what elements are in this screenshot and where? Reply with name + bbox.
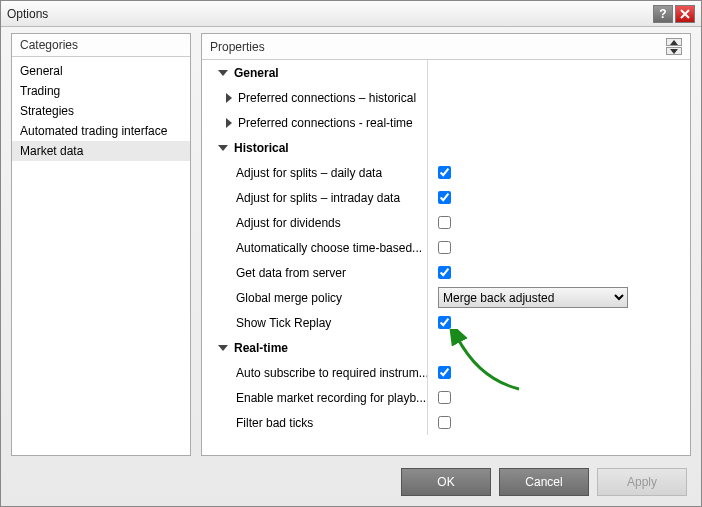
- property-label: Get data from server: [202, 266, 427, 280]
- property-label: Enable market recording for playb...: [202, 391, 427, 405]
- properties-header: Properties: [202, 34, 690, 60]
- property-label: Adjust for dividends: [202, 216, 427, 230]
- close-button[interactable]: [675, 5, 695, 23]
- property-row: Historical: [202, 135, 690, 160]
- property-group-header[interactable]: Historical: [202, 141, 427, 155]
- property-row: Adjust for dividends: [202, 210, 690, 235]
- ok-button[interactable]: OK: [401, 468, 491, 496]
- property-checkbox[interactable]: [438, 266, 451, 279]
- property-row: Adjust for splits – intraday data: [202, 185, 690, 210]
- property-label: Adjust for splits – daily data: [202, 166, 427, 180]
- category-item[interactable]: Strategies: [12, 101, 190, 121]
- property-label-text: Adjust for splits – daily data: [236, 166, 382, 180]
- property-row: Global merge policyMerge back adjusted: [202, 285, 690, 310]
- property-label-text: Automatically choose time-based...: [236, 241, 422, 255]
- options-dialog: Options ? Categories GeneralTradingStrat…: [0, 0, 702, 507]
- chevron-down-icon: [218, 345, 228, 351]
- categories-panel: Categories GeneralTradingStrategiesAutom…: [11, 33, 191, 456]
- chevron-right-icon: [226, 118, 232, 128]
- properties-scroll-spinner[interactable]: [666, 38, 682, 55]
- property-label: Adjust for splits – intraday data: [202, 191, 427, 205]
- spinner-down-icon[interactable]: [666, 47, 682, 55]
- titlebar: Options ?: [1, 1, 701, 27]
- property-label-text: Auto subscribe to required instrum...: [236, 366, 427, 380]
- property-row: Get data from server: [202, 260, 690, 285]
- group-label: General: [234, 66, 279, 80]
- property-group-header[interactable]: General: [202, 66, 427, 80]
- window-title: Options: [7, 7, 651, 21]
- categories-header: Categories: [12, 34, 190, 57]
- property-row: Adjust for splits – daily data: [202, 160, 690, 185]
- property-checkbox[interactable]: [438, 416, 451, 429]
- property-label-text: Global merge policy: [236, 291, 342, 305]
- property-select[interactable]: Merge back adjusted: [438, 287, 628, 308]
- property-label: Show Tick Replay: [202, 316, 427, 330]
- property-label: Filter bad ticks: [202, 416, 427, 430]
- properties-panel: Properties GeneralPreferred connections …: [201, 33, 691, 456]
- group-label: Real-time: [234, 341, 288, 355]
- property-row: Filter bad ticks: [202, 410, 690, 435]
- property-label-text: Adjust for splits – intraday data: [236, 191, 400, 205]
- category-item[interactable]: Automated trading interface: [12, 121, 190, 141]
- property-label: Preferred connections – historical: [202, 91, 427, 105]
- property-label-text: Preferred connections - real-time: [238, 116, 413, 130]
- property-row: Preferred connections - real-time: [202, 110, 690, 135]
- apply-button[interactable]: Apply: [597, 468, 687, 496]
- property-label-text: Get data from server: [236, 266, 346, 280]
- property-label: Auto subscribe to required instrum...: [202, 366, 427, 380]
- property-checkbox[interactable]: [438, 216, 451, 229]
- chevron-down-icon: [218, 70, 228, 76]
- group-label: Historical: [234, 141, 289, 155]
- property-row: Real-time: [202, 335, 690, 360]
- property-label-text: Adjust for dividends: [236, 216, 341, 230]
- property-row: Enable market recording for playb...: [202, 385, 690, 410]
- property-row: Show Tick Replay: [202, 310, 690, 335]
- content-area: Categories GeneralTradingStrategiesAutom…: [11, 33, 691, 456]
- category-item[interactable]: Market data: [12, 141, 190, 161]
- property-row: Auto subscribe to required instrum...: [202, 360, 690, 385]
- property-label: Global merge policy: [202, 291, 427, 305]
- chevron-down-icon: [218, 145, 228, 151]
- property-checkbox[interactable]: [438, 316, 451, 329]
- categories-list: GeneralTradingStrategiesAutomated tradin…: [12, 57, 190, 455]
- property-row: Automatically choose time-based...: [202, 235, 690, 260]
- property-row: General: [202, 60, 690, 85]
- property-label-text: Filter bad ticks: [236, 416, 313, 430]
- properties-grid: GeneralPreferred connections – historica…: [202, 60, 690, 455]
- property-group-header[interactable]: Real-time: [202, 341, 427, 355]
- property-checkbox[interactable]: [438, 366, 451, 379]
- spinner-up-icon[interactable]: [666, 38, 682, 46]
- property-label: Preferred connections - real-time: [202, 116, 427, 130]
- help-button[interactable]: ?: [653, 5, 673, 23]
- category-item[interactable]: General: [12, 61, 190, 81]
- property-checkbox[interactable]: [438, 391, 451, 404]
- property-label-text: Preferred connections – historical: [238, 91, 416, 105]
- dialog-buttons: OK Cancel Apply: [401, 468, 687, 496]
- close-icon: [680, 9, 690, 19]
- properties-header-label: Properties: [210, 40, 265, 54]
- property-checkbox[interactable]: [438, 241, 451, 254]
- property-label: Automatically choose time-based...: [202, 241, 427, 255]
- property-label-text: Enable market recording for playb...: [236, 391, 426, 405]
- cancel-button[interactable]: Cancel: [499, 468, 589, 496]
- category-item[interactable]: Trading: [12, 81, 190, 101]
- property-row: Preferred connections – historical: [202, 85, 690, 110]
- chevron-right-icon: [226, 93, 232, 103]
- property-label-text: Show Tick Replay: [236, 316, 331, 330]
- property-checkbox[interactable]: [438, 191, 451, 204]
- property-checkbox[interactable]: [438, 166, 451, 179]
